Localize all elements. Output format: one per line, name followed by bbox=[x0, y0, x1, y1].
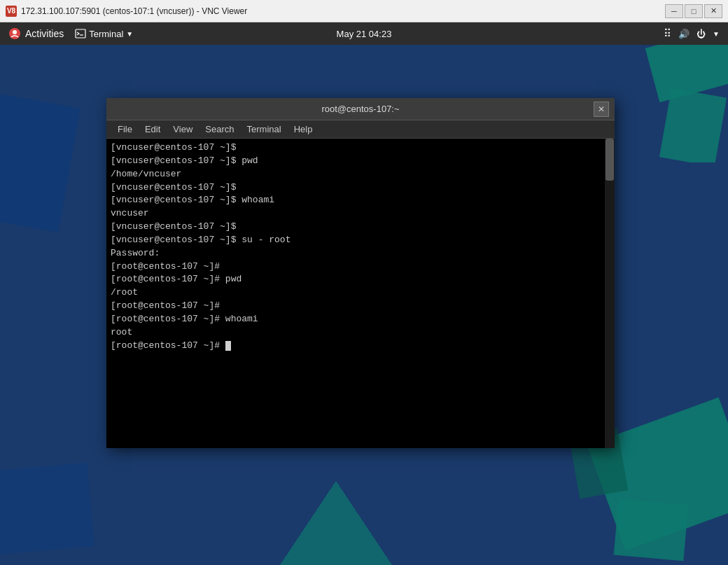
bg-triangle-bottom bbox=[280, 481, 392, 565]
power-menu-arrow[interactable]: ▼ bbox=[713, 30, 720, 38]
gnome-systray: ⠿ 🔊 ⏻ ▼ bbox=[664, 27, 720, 40]
power-icon[interactable]: ⏻ bbox=[696, 29, 706, 39]
gnome-logo-icon bbox=[8, 27, 21, 40]
terminal-content[interactable]: [vncuser@centos-107 ~]$ [vncuser@centos-… bbox=[106, 139, 615, 448]
terminal-titlebar: root@centos-107:~ ✕ bbox=[106, 98, 615, 120]
volume-icon[interactable]: 🔊 bbox=[678, 29, 690, 39]
gnome-topbar: Activities Terminal ▼ May 21 04:23 ⠿ 🔊 ⏻ bbox=[0, 22, 728, 45]
vnc-outer-window: V8 172.31.100.107:5901 (centos-107:1 (vn… bbox=[0, 0, 728, 565]
network-icon[interactable]: ⠿ bbox=[664, 27, 671, 40]
svg-point-1 bbox=[13, 30, 17, 34]
menu-help[interactable]: Help bbox=[288, 123, 318, 136]
activities-label: Activities bbox=[25, 28, 64, 39]
terminal-cursor bbox=[225, 341, 231, 351]
bg-decoration-left bbox=[0, 92, 112, 232]
terminal-window: root@centos-107:~ ✕ File Edit View Searc… bbox=[106, 98, 615, 448]
vnc-titlebar: V8 172.31.100.107:5901 (centos-107:1 (vn… bbox=[0, 0, 728, 22]
terminal-scrollbar[interactable] bbox=[605, 139, 615, 448]
gnome-clock[interactable]: May 21 04:23 bbox=[337, 29, 392, 39]
terminal-icon bbox=[75, 28, 86, 39]
terminal-title: root@centos-107:~ bbox=[321, 104, 399, 114]
vnc-app-icon: V8 bbox=[6, 6, 17, 17]
terminal-label: Terminal bbox=[89, 29, 123, 39]
menu-terminal[interactable]: Terminal bbox=[241, 123, 287, 136]
vnc-close-button[interactable]: ✕ bbox=[704, 4, 722, 18]
svg-rect-2 bbox=[76, 29, 85, 38]
activities-button[interactable]: Activities bbox=[8, 27, 64, 40]
menu-file[interactable]: File bbox=[112, 123, 138, 136]
terminal-scrollbar-thumb[interactable] bbox=[606, 139, 614, 181]
vnc-maximize-button[interactable]: □ bbox=[685, 4, 703, 18]
terminal-output: [vncuser@centos-107 ~]$ [vncuser@centos-… bbox=[111, 141, 610, 353]
menu-view[interactable]: View bbox=[167, 123, 198, 136]
vnc-minimize-button[interactable]: ─ bbox=[665, 4, 683, 18]
menu-search[interactable]: Search bbox=[200, 123, 239, 136]
terminal-dropdown-arrow: ▼ bbox=[126, 30, 133, 38]
terminal-menubar: File Edit View Search Terminal Help bbox=[106, 120, 615, 139]
terminal-taskbar-button[interactable]: Terminal ▼ bbox=[75, 28, 133, 39]
vnc-window-controls: ─ □ ✕ bbox=[665, 4, 722, 18]
vnc-titlebar-text: 172.31.100.107:5901 (centos-107:1 (vncus… bbox=[21, 6, 665, 16]
terminal-close-button[interactable]: ✕ bbox=[594, 102, 609, 117]
menu-edit[interactable]: Edit bbox=[139, 123, 166, 136]
vnc-desktop: Activities Terminal ▼ May 21 04:23 ⠿ 🔊 ⏻ bbox=[0, 22, 728, 565]
